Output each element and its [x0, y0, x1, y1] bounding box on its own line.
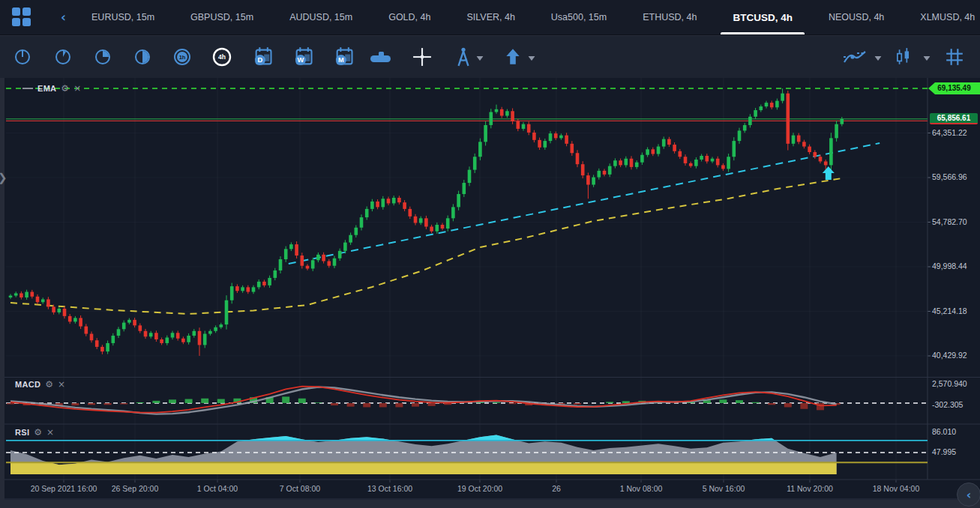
- compass-icon: [454, 46, 473, 67]
- tab-eurusd[interactable]: EURUSD, 15m: [73, 0, 172, 34]
- timeframe-1h-button[interactable]: 1h: [172, 46, 193, 67]
- tab-gbpusd[interactable]: GBPUSD, 15m: [172, 0, 271, 34]
- indicators-button[interactable]: [842, 47, 868, 67]
- calendar-daily-button[interactable]: D: [253, 46, 274, 67]
- timeframe-15m-button[interactable]: [93, 47, 112, 67]
- tab-gold[interactable]: GOLD, 4h: [370, 0, 448, 34]
- timeframe-4h-button-active[interactable]: 4h: [211, 46, 233, 68]
- trading-app: ‹ EURUSD, 15mGBPUSD, 15mAUDUSD, 15mGOLD,…: [0, 0, 980, 508]
- instrument-tabs: EURUSD, 15mGBPUSD, 15mAUDUSD, 15mGOLD, 4…: [73, 0, 980, 34]
- tab-xlmusd[interactable]: XLMUSD, 4h: [902, 0, 980, 34]
- arrow-marker-caret-icon[interactable]: [529, 50, 535, 64]
- drawing-tools-button[interactable]: [454, 46, 473, 67]
- indicator-curve-icon: [842, 47, 868, 67]
- left-edge-strip: [0, 78, 4, 501]
- tab-btcusd[interactable]: BTCUSD, 4h: [715, 0, 811, 34]
- svg-text:W: W: [298, 56, 304, 64]
- tab-neousd[interactable]: NEOUSD, 4h: [811, 0, 902, 34]
- panel-collapse-button[interactable]: ‹: [957, 483, 980, 507]
- chart-panel[interactable]: [0, 78, 980, 501]
- calendar-d-icon: D: [253, 46, 274, 67]
- svg-text:D: D: [258, 56, 263, 64]
- apps-grid-icon[interactable]: [12, 7, 31, 27]
- candlestick-chart[interactable]: [0, 78, 980, 501]
- calendar-w-icon: W: [293, 46, 314, 67]
- tab-silver[interactable]: SILVER, 4h: [448, 0, 532, 34]
- tab-audusd[interactable]: AUDUSD, 15m: [271, 0, 370, 34]
- svg-text:M: M: [338, 56, 344, 64]
- chart-type-caret-icon[interactable]: [924, 50, 931, 64]
- clock-15m-icon: [93, 47, 112, 67]
- calendar-weekly-button[interactable]: W: [293, 46, 314, 67]
- svg-text:1h: 1h: [179, 54, 186, 61]
- tabs-scroll-left-button[interactable]: ‹: [53, 10, 73, 25]
- up-arrow-icon: [503, 47, 523, 67]
- grid-icon: [945, 47, 964, 67]
- grid-layout-button[interactable]: [945, 47, 964, 67]
- sidebar-expand-handle[interactable]: ❯: [0, 171, 7, 184]
- tab-usa500[interactable]: Usa500, 15m: [533, 0, 625, 34]
- range-bars-button[interactable]: [370, 49, 392, 64]
- drawing-tools-caret-icon[interactable]: [477, 50, 484, 64]
- chart-type-button[interactable]: [895, 47, 912, 67]
- crosshair-icon: [412, 47, 432, 67]
- crosshair-button[interactable]: [412, 47, 432, 67]
- indicators-caret-icon[interactable]: [875, 50, 882, 64]
- tab-ethusd[interactable]: ETHUSD, 4h: [625, 0, 715, 34]
- timeframe-5m-button[interactable]: [53, 47, 73, 67]
- clock-1h-icon: 1h: [172, 46, 193, 67]
- clock-5m-icon: [53, 47, 73, 67]
- range-bars-icon: [370, 49, 392, 64]
- clock-4h-icon: 4h: [211, 46, 233, 68]
- timeframe-1m-button[interactable]: [13, 47, 32, 67]
- arrow-marker-button[interactable]: [503, 47, 523, 67]
- calendar-m-icon: M: [334, 46, 355, 67]
- calendar-monthly-button[interactable]: M: [334, 46, 355, 67]
- svg-text:4h: 4h: [218, 53, 226, 61]
- chart-tab-bar: ‹ EURUSD, 15mGBPUSD, 15mAUDUSD, 15mGOLD,…: [0, 0, 980, 35]
- chart-toolbar: 1h 4h D W: [0, 36, 980, 78]
- timeframe-30m-button[interactable]: [133, 47, 152, 67]
- clock-30m-icon: [133, 47, 152, 67]
- candlestick-icon: [895, 47, 912, 67]
- clock-1m-icon: [13, 47, 32, 67]
